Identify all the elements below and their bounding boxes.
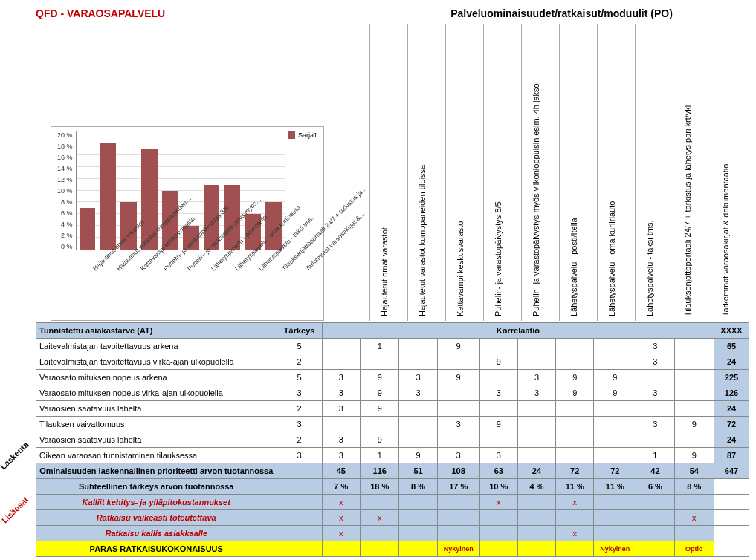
best-cell <box>322 541 360 557</box>
need-importance: 2 <box>277 432 322 448</box>
corr-cell <box>479 401 517 417</box>
corr-cell <box>674 432 714 448</box>
side-label-laskenta: Laskenta <box>0 440 30 471</box>
best-cell <box>517 541 555 557</box>
calc-cell: 24 <box>517 463 555 479</box>
extra-cell: x <box>322 495 360 510</box>
best-cell: Optio <box>674 541 714 557</box>
legend-swatch <box>288 131 295 139</box>
need-label: Laitevalmistajan tavoitettavuus arkena <box>36 339 277 354</box>
corr-cell <box>594 354 636 370</box>
extra-cell <box>636 526 674 541</box>
corr-cell: 3 <box>437 448 479 463</box>
need-importance: 5 <box>277 339 322 354</box>
corr-cell: 3 <box>399 385 437 401</box>
corr-cell <box>674 385 714 401</box>
need-label: Oikean varaosan tunnistaminen tilauksess… <box>36 448 277 463</box>
corr-cell: 3 <box>517 370 555 385</box>
need-label: Varaosatoimituksen nopeus virka-ajan ulk… <box>36 385 277 401</box>
corr-cell <box>674 339 714 354</box>
best-cell <box>556 541 594 557</box>
corr-cell: 9 <box>594 385 636 401</box>
row-rel-importance: Suhteellinen tärkeys arvon tuotannossa7 … <box>36 479 749 495</box>
best-cell: Nykyinen <box>594 541 636 557</box>
extra-sum <box>714 495 749 510</box>
corr-cell <box>479 339 517 354</box>
chart-y-axis: 20 % 18 % 16 % 14 % 12 % 10 % 8 % 6 % 4 … <box>57 131 76 250</box>
corr-cell: 9 <box>674 417 714 432</box>
hdr-sum: XXXX <box>714 323 749 339</box>
corr-cell: 9 <box>674 448 714 463</box>
extra-cell <box>437 526 479 541</box>
corr-cell <box>322 339 360 354</box>
corr-cell: 9 <box>479 417 517 432</box>
corr-cell: 9 <box>556 370 594 385</box>
corr-cell: 3 <box>437 417 479 432</box>
calc-cell: 108 <box>437 463 479 479</box>
need-importance: 2 <box>277 354 322 370</box>
extra-cell: x <box>360 510 399 526</box>
corr-cell: 9 <box>437 339 479 354</box>
corr-cell: 3 <box>636 417 674 432</box>
rel-cell: 4 % <box>517 479 555 495</box>
extra-sum <box>714 510 749 526</box>
corr-cell: 3 <box>636 339 674 354</box>
corr-cell <box>674 354 714 370</box>
need-label: Tilauksen vaivattomuus <box>36 417 277 432</box>
corr-cell: 3 <box>322 448 360 463</box>
corr-cell <box>517 401 555 417</box>
calc-label: Ominaisuuden laskennallinen prioriteetti… <box>36 463 277 479</box>
extra-cell <box>517 495 555 510</box>
corr-cell <box>556 432 594 448</box>
extra-cell: x <box>479 495 517 510</box>
need-row-1: Laitevalmistajan tavoitettavuus virka-aj… <box>36 354 749 370</box>
corr-cell <box>399 354 437 370</box>
extra-cell <box>636 495 674 510</box>
col-header-2: Kattavampi keskusvarasto <box>445 24 483 321</box>
rel-cell: 8 % <box>674 479 714 495</box>
rel-cell: 6 % <box>636 479 674 495</box>
need-sum: 24 <box>714 401 749 417</box>
col-header-5: Lähetyspalvelu - posti/Itella <box>559 24 597 321</box>
extra-cell: x <box>556 495 594 510</box>
corr-cell: 9 <box>360 385 399 401</box>
extra-cell <box>674 495 714 510</box>
need-sum: 72 <box>714 417 749 432</box>
extra-row-2: Ratkaisu kallis asiakkaallexx <box>36 526 749 541</box>
chart-legend: Sarja1 <box>288 131 317 139</box>
corr-cell <box>594 339 636 354</box>
corr-cell: 3 <box>399 370 437 385</box>
hdr-need: Tunnistettu asiakastarve (AT) <box>36 323 277 339</box>
calc-cell: 54 <box>674 463 714 479</box>
corr-cell <box>594 448 636 463</box>
need-importance: 3 <box>277 417 322 432</box>
corr-cell <box>399 401 437 417</box>
rel-sum <box>714 479 749 495</box>
extra-cell <box>556 510 594 526</box>
extra-cell <box>636 510 674 526</box>
corr-cell: 9 <box>479 354 517 370</box>
corr-cell: 9 <box>360 401 399 417</box>
page-title: QFD - VARAOSAPALVELU <box>6 6 374 24</box>
need-sum: 225 <box>714 370 749 385</box>
corr-cell: 3 <box>322 385 360 401</box>
corr-cell <box>360 354 399 370</box>
corr-cell: 1 <box>636 448 674 463</box>
calc-cell: 72 <box>556 463 594 479</box>
extra-label: Ratkaisu kallis asiakkaalle <box>36 526 277 541</box>
need-row-5: Tilauksen vaivattomuus3393972 <box>36 417 749 432</box>
extra-cell <box>674 526 714 541</box>
rel-label: Suhteellinen tärkeys arvon tuotannossa <box>36 479 277 495</box>
corr-cell <box>517 432 555 448</box>
need-importance: 3 <box>277 448 322 463</box>
corr-cell: 9 <box>399 448 437 463</box>
rel-cell: 8 % <box>399 479 437 495</box>
chart-x-labels: Hajautetut omat varastotHajautetut varas… <box>80 250 317 317</box>
corr-cell <box>594 401 636 417</box>
col-header-6: Lähetyspalvelu - oma kuriiriauto <box>597 24 635 321</box>
extra-cell <box>594 526 636 541</box>
best-sum <box>714 541 749 557</box>
extra-cell <box>594 510 636 526</box>
corr-cell <box>594 432 636 448</box>
best-cell <box>399 541 437 557</box>
